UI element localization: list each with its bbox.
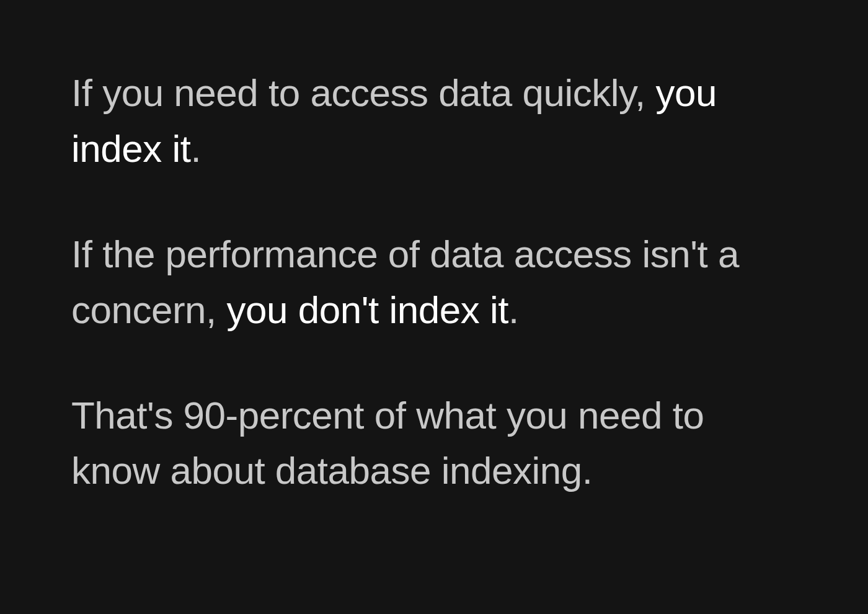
paragraph-2: If the performance of data access isn't … (71, 226, 800, 338)
text-segment: . (508, 288, 519, 331)
text-segment: If you need to access data quickly, (71, 71, 655, 114)
paragraph-1: If you need to access data quickly, you … (71, 65, 800, 177)
text-segment: . (190, 127, 201, 170)
text-segment-bold: you don't index it (227, 288, 508, 331)
paragraph-3: That's 90-percent of what you need to kn… (71, 388, 800, 499)
text-segment: That's 90-percent of what you need to kn… (71, 394, 704, 492)
